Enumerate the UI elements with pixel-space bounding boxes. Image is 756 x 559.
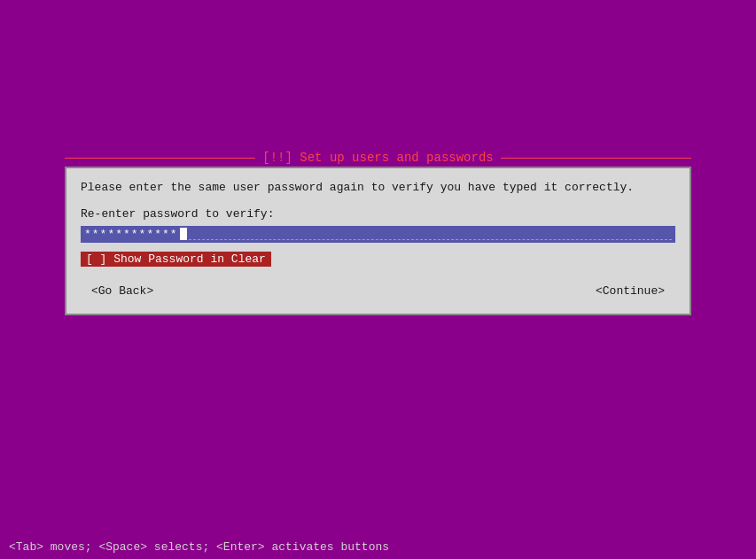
dialog-title: [!!] Set up users and passwords [262,151,493,165]
show-password-checkbox-label[interactable]: [ ] Show Password in Clear [81,252,271,267]
go-back-button[interactable]: <Go Back> [88,283,157,299]
password-underline [189,228,672,240]
dialog-content: Please enter the same user password agai… [66,168,690,314]
title-line-left [65,158,255,159]
description-text: Please enter the same user password agai… [81,179,675,197]
password-dots: ************ [84,228,178,241]
screen: [!!] Set up users and passwords Please e… [0,0,756,559]
password-input[interactable]: ************ [81,226,675,243]
show-password-checkbox-row[interactable]: [ ] Show Password in Clear [81,252,675,267]
dialog-title-bar: [!!] Set up users and passwords [65,149,691,167]
buttons-row: <Go Back> <Continue> [81,279,675,299]
continue-button[interactable]: <Continue> [592,283,668,299]
cursor [180,228,187,240]
password-label: Re-enter password to verify: [81,207,675,221]
status-bar: <Tab> moves; <Space> selects; <Enter> ac… [0,535,756,559]
status-text: <Tab> moves; <Space> selects; <Enter> ac… [9,540,389,554]
title-line-right [501,158,691,159]
